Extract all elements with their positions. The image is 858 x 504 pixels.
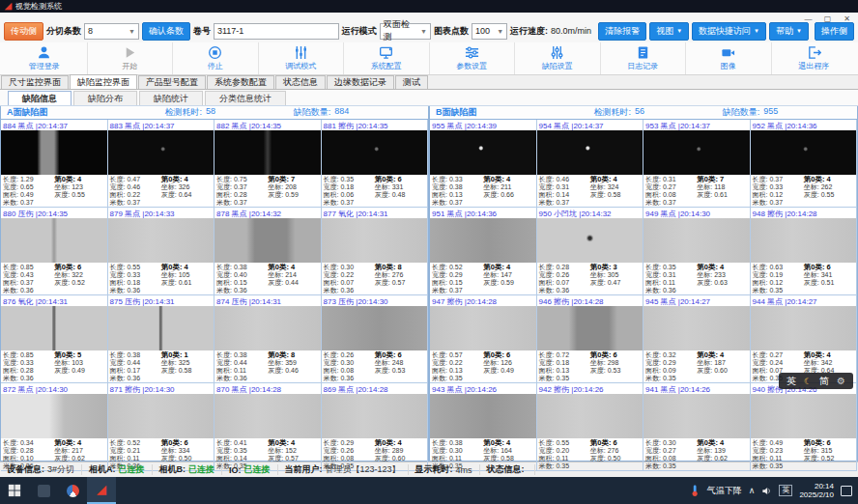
defect-image[interactable] bbox=[214, 306, 321, 350]
confirm-count-button[interactable]: 确认条数 bbox=[142, 22, 190, 41]
main-tab-1[interactable]: 缺陷监控界面 bbox=[70, 74, 137, 89]
defect-image[interactable] bbox=[537, 306, 644, 350]
toolbar-button-login[interactable]: 管理登录 bbox=[2, 42, 88, 74]
roll-no-input[interactable]: 3117-1 bbox=[214, 23, 339, 40]
defect-image[interactable] bbox=[430, 394, 536, 438]
defect-cell-881[interactable]: 881 擦伤 |20:14:35 长度: 0.35 宽度: 0.18 面积: 0… bbox=[322, 120, 429, 208]
defect-image[interactable] bbox=[644, 306, 750, 350]
main-tab-4[interactable]: 状态信息 bbox=[275, 75, 326, 89]
toolbar-button-stop[interactable]: 停止 bbox=[173, 42, 259, 74]
view-menu-button[interactable]: 视图▼ bbox=[649, 22, 689, 41]
defect-image[interactable] bbox=[537, 218, 644, 263]
defect-image[interactable] bbox=[1, 130, 107, 175]
speaker-icon[interactable] bbox=[761, 486, 772, 496]
defect-image[interactable] bbox=[108, 130, 214, 175]
defect-cell-879[interactable]: 879 黑点 |20:14:33 长度: 0.55 宽度: 0.33 面积: 0… bbox=[108, 208, 215, 295]
main-tab-6[interactable]: 测试 bbox=[395, 75, 428, 89]
defect-image[interactable] bbox=[1, 218, 107, 263]
defect-cell-940[interactable]: 940 擦伤 |20:14:26 长度: 0.49 宽度: 0.23 面积: 0… bbox=[751, 383, 858, 471]
run-mode-select[interactable]: 双面检测▼ bbox=[380, 23, 431, 40]
defect-image[interactable] bbox=[1, 394, 107, 438]
toolbar-button-log[interactable]: 日志记录 bbox=[601, 42, 687, 74]
taskbar-app-1[interactable] bbox=[29, 477, 58, 504]
toolbar-button-defect-config[interactable]: 缺陷设置 bbox=[515, 42, 601, 74]
defect-cell-875[interactable]: 875 压伤 |20:14:31 长度: 0.38 宽度: 0.44 面积: 0… bbox=[108, 295, 215, 383]
defect-image[interactable] bbox=[751, 218, 857, 263]
main-tab-3[interactable]: 系统参数配置 bbox=[207, 75, 274, 89]
defect-image[interactable] bbox=[322, 218, 428, 263]
toolbar-button-image[interactable]: 图像 bbox=[686, 42, 772, 74]
defect-cell-943[interactable]: 943 黑点 |20:14:26 长度: 0.38 宽度: 0.30 面积: 0… bbox=[430, 383, 537, 471]
defect-image[interactable] bbox=[644, 218, 750, 263]
defect-cell-883[interactable]: 883 黑点 |20:14:37 长度: 0.47 宽度: 0.46 面积: 0… bbox=[108, 120, 215, 208]
weather-text[interactable]: 气温下降 bbox=[707, 485, 742, 497]
taskbar-app-inspection[interactable]: ◢ bbox=[87, 477, 116, 504]
defect-image[interactable] bbox=[644, 394, 750, 438]
thermometer-icon[interactable] bbox=[689, 484, 701, 497]
defect-image[interactable] bbox=[537, 130, 644, 175]
defect-image[interactable] bbox=[108, 218, 214, 263]
defect-image[interactable] bbox=[322, 130, 428, 175]
action-center-icon[interactable] bbox=[841, 486, 852, 496]
defect-image[interactable] bbox=[108, 394, 214, 438]
gear-icon[interactable]: ⚙ bbox=[837, 376, 845, 386]
defect-cell-954[interactable]: 954 黑点 |20:14:37 长度: 0.46 宽度: 0.31 面积: 0… bbox=[537, 120, 644, 208]
main-tab-2[interactable]: 产品型号配置 bbox=[138, 75, 206, 89]
chart-points-select[interactable]: 100▼ bbox=[472, 23, 507, 40]
defect-cell-945[interactable]: 945 黑点 |20:14:27 长度: 0.32 宽度: 0.29 面积: 0… bbox=[644, 295, 751, 383]
main-tab-0[interactable]: 尺寸监控界面 bbox=[1, 75, 69, 89]
defect-image[interactable] bbox=[322, 306, 428, 350]
minimize-button[interactable]: — bbox=[800, 14, 816, 23]
drive-side-button[interactable]: 传动侧 bbox=[4, 22, 43, 41]
defect-cell-942[interactable]: 942 擦伤 |20:14:26 长度: 0.55 宽度: 0.20 面积: 0… bbox=[537, 383, 644, 471]
defect-cell-877[interactable]: 877 氧化 |20:14:31 长度: 0.30 宽度: 0.22 面积: 0… bbox=[322, 208, 429, 295]
defect-cell-955[interactable]: 955 黑点 |20:14:39 长度: 0.33 宽度: 0.38 面积: 0… bbox=[430, 120, 537, 208]
main-tab-5[interactable]: 边缘数据记录 bbox=[327, 75, 394, 89]
defect-cell-870[interactable]: 870 黑点 |20:14:28 长度: 0.41 宽度: 0.35 面积: 0… bbox=[214, 383, 322, 471]
defect-cell-874[interactable]: 874 压伤 |20:14:31 长度: 0.38 宽度: 0.44 面积: 0… bbox=[214, 295, 322, 383]
toolbar-button-system-config[interactable]: 系统配置 bbox=[344, 42, 430, 74]
ime-simplified-button[interactable]: 简 bbox=[819, 375, 829, 388]
defect-cell-951[interactable]: 951 黑点 |20:14:36 长度: 0.52 宽度: 0.29 面积: 0… bbox=[430, 208, 537, 295]
help-menu-button[interactable]: 帮助▼ bbox=[769, 22, 809, 41]
taskbar-clock[interactable]: 20:14 2025/2/10 bbox=[799, 482, 834, 499]
clear-alarm-button[interactable]: 清除报警 bbox=[598, 22, 646, 41]
defect-image[interactable] bbox=[537, 394, 644, 438]
defect-cell-946[interactable]: 946 擦伤 |20:14:28 长度: 0.72 宽度: 0.18 面积: 0… bbox=[537, 295, 644, 383]
toolbar-button-debug-mode[interactable]: 调试模式 bbox=[259, 42, 345, 74]
toolbar-button-exit[interactable]: 退出程序 bbox=[772, 42, 857, 74]
defect-image[interactable] bbox=[214, 218, 321, 263]
defect-cell-880[interactable]: 880 压伤 |20:14:35 长度: 0.85 宽度: 0.43 面积: 0… bbox=[1, 208, 108, 295]
defect-image[interactable] bbox=[751, 394, 857, 438]
defect-cell-871[interactable]: 871 擦伤 |20:14:30 长度: 0.52 宽度: 0.21 面积: 0… bbox=[108, 383, 215, 471]
defect-image[interactable] bbox=[644, 130, 750, 175]
defect-image[interactable] bbox=[430, 306, 536, 350]
defect-image[interactable] bbox=[430, 218, 536, 263]
ime-english-button[interactable]: 英 bbox=[786, 375, 796, 388]
data-shortcut-menu-button[interactable]: 数据快捷访问▼ bbox=[692, 22, 766, 41]
taskbar-app-2[interactable] bbox=[58, 477, 87, 504]
toolbar-button-param-config[interactable]: 参数设置 bbox=[430, 42, 516, 74]
defect-image[interactable] bbox=[1, 306, 107, 350]
tray-expand-icon[interactable]: ∧ bbox=[749, 486, 756, 495]
defect-image[interactable] bbox=[322, 394, 428, 438]
defect-image[interactable] bbox=[214, 394, 321, 438]
slit-count-select[interactable]: 8▼ bbox=[84, 23, 139, 40]
operate-side-button[interactable]: 操作侧 bbox=[815, 22, 854, 41]
defect-cell-952[interactable]: 952 黑点 |20:14:36 长度: 0.37 宽度: 0.33 面积: 0… bbox=[751, 120, 858, 208]
defect-image[interactable] bbox=[108, 306, 214, 350]
defect-image[interactable] bbox=[430, 130, 536, 175]
defect-cell-953[interactable]: 953 黑点 |20:14:37 长度: 0.31 宽度: 0.27 面积: 0… bbox=[644, 120, 751, 208]
defect-cell-944[interactable]: 944 黑点 |20:14:27 长度: 0.27 宽度: 0.24 面积: 0… bbox=[751, 295, 858, 383]
start-button[interactable] bbox=[0, 477, 29, 504]
defect-cell-949[interactable]: 949 黑点 |20:14:30 长度: 0.35 宽度: 0.31 面积: 0… bbox=[644, 208, 751, 295]
defect-cell-869[interactable]: 869 黑点 |20:14:28 长度: 0.29 宽度: 0.26 面积: 0… bbox=[322, 383, 429, 471]
toolbar-button-start[interactable]: 开始 bbox=[88, 42, 174, 74]
language-indicator[interactable]: 英 bbox=[779, 485, 792, 496]
defect-image[interactable] bbox=[214, 130, 321, 175]
defect-cell-872[interactable]: 872 黑点 |20:14:30 长度: 0.34 宽度: 0.28 面积: 0… bbox=[1, 383, 108, 471]
defect-cell-941[interactable]: 941 黑点 |20:14:26 长度: 0.30 宽度: 0.27 面积: 0… bbox=[644, 383, 751, 471]
sub-tab-2[interactable]: 缺陷统计 bbox=[139, 91, 203, 105]
defect-cell-873[interactable]: 873 压伤 |20:14:30 长度: 0.26 宽度: 0.30 面积: 0… bbox=[322, 295, 429, 383]
defect-cell-878[interactable]: 878 黑点 |20:14:32 长度: 0.38 宽度: 0.40 面积: 0… bbox=[214, 208, 322, 295]
